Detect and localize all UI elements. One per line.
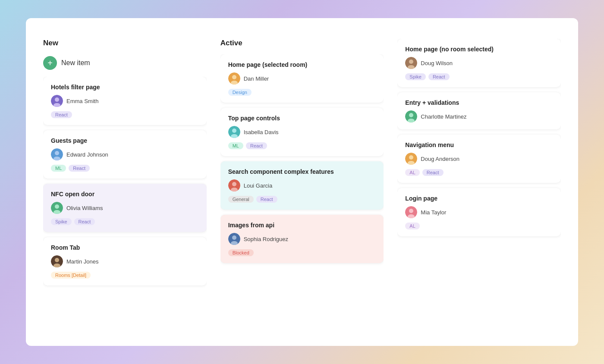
- card-title: Guests page: [51, 137, 199, 144]
- tag: Blocked: [228, 249, 254, 256]
- card-user: Dan Miller: [228, 72, 376, 85]
- tag: General: [228, 196, 254, 203]
- column-resolved: Home page (no room selected)Doug WilsonS…: [397, 39, 561, 332]
- user-name: Sophia Rodriguez: [244, 236, 288, 242]
- svg-point-19: [232, 182, 236, 186]
- svg-point-22: [232, 235, 236, 240]
- card-title: Home page (no room selected): [405, 46, 553, 53]
- card-navigation-menu[interactable]: Navigation menuDoug AndersonALReact: [397, 135, 561, 183]
- avatar: [228, 126, 240, 138]
- card-entry-validations[interactable]: Entry + validationsCharlotte Martinez: [397, 92, 561, 129]
- card-user: Doug Anderson: [405, 153, 553, 165]
- svg-point-7: [55, 204, 59, 209]
- svg-point-13: [232, 75, 236, 79]
- card-hotels-filter[interactable]: Hotels filter pageEmma SmithReact: [43, 77, 207, 125]
- tag: React: [74, 218, 95, 225]
- svg-point-16: [232, 129, 236, 133]
- cards-active: Home page (selected room)Dan MillerDesig…: [220, 54, 384, 332]
- card-search-complex[interactable]: Search component complex featuresLoui Ga…: [220, 161, 384, 210]
- avatar: [228, 179, 240, 191]
- column-new: New + New item Hotels filter pageEmma Sm…: [43, 39, 207, 332]
- card-tags: SpikeReact: [405, 73, 553, 80]
- card-tags: Blocked: [228, 249, 376, 256]
- card-guests-page[interactable]: Guests pageEdward JohnsonMLReact: [43, 130, 207, 179]
- avatar: [405, 57, 417, 69]
- columns: New + New item Hotels filter pageEmma Sm…: [43, 39, 561, 332]
- card-user: Doug Wilson: [405, 57, 553, 69]
- card-home-no-room[interactable]: Home page (no room selected)Doug WilsonS…: [397, 39, 561, 87]
- tag: React: [256, 196, 277, 203]
- card-user: Isabella Davis: [228, 126, 376, 138]
- tag: Design: [228, 89, 252, 96]
- svg-point-1: [55, 97, 59, 102]
- card-title: Home page (selected room): [228, 61, 376, 68]
- user-name: Loui Garcia: [244, 182, 272, 189]
- avatar: [51, 148, 63, 160]
- cards-resolved: Home page (no room selected)Doug WilsonS…: [397, 39, 561, 332]
- avatar: [51, 202, 63, 214]
- user-name: Olivia Williams: [66, 205, 103, 211]
- svg-point-31: [409, 155, 413, 160]
- user-name: Doug Wilson: [421, 60, 453, 66]
- card-tags: Design: [228, 89, 376, 96]
- tag: AL: [405, 223, 419, 229]
- column-header-active: Active: [220, 39, 384, 47]
- tag: Rooms [Detail]: [51, 272, 91, 279]
- avatar: [228, 233, 240, 245]
- tag: React: [51, 111, 72, 118]
- card-user: Charlotte Martinez: [405, 110, 553, 122]
- tag: React: [246, 142, 267, 149]
- card-user: Sophia Rodriguez: [228, 233, 376, 245]
- tag: ML: [228, 142, 243, 149]
- tag: React: [69, 165, 90, 172]
- tag: Spike: [405, 73, 426, 80]
- card-tags: React: [51, 111, 199, 118]
- card-user: Mia Taylor: [405, 206, 553, 218]
- svg-point-25: [409, 60, 413, 64]
- user-name: Mia Taylor: [421, 209, 446, 216]
- new-item-button[interactable]: + New item: [43, 54, 207, 72]
- tag: React: [422, 169, 444, 176]
- card-room-tab[interactable]: Room TabMartin JonesRooms [Detail]: [43, 237, 207, 286]
- tag: ML: [51, 165, 66, 172]
- user-name: Dan Miller: [244, 75, 269, 82]
- card-top-page-controls[interactable]: Top page controlsIsabella DavisMLReact: [220, 108, 384, 156]
- user-name: Doug Anderson: [421, 156, 459, 162]
- column-header-new: New: [43, 39, 207, 47]
- tag: Spike: [51, 218, 72, 225]
- new-item-icon: +: [43, 56, 57, 70]
- user-name: Isabella Davis: [244, 129, 279, 135]
- svg-point-28: [409, 113, 413, 117]
- column-active: ActiveHome page (selected room)Dan Mille…: [220, 39, 384, 332]
- user-name: Emma Smith: [66, 98, 98, 104]
- card-tags: ALReact: [405, 169, 553, 176]
- card-title: Login page: [405, 195, 553, 202]
- user-name: Edward Johnson: [66, 151, 108, 158]
- avatar: [228, 72, 240, 85]
- card-tags: Rooms [Detail]: [51, 272, 199, 279]
- avatar: [405, 110, 417, 122]
- card-nfc-open-door[interactable]: NFC open doorOlivia WilliamsSpikeReact: [43, 184, 207, 232]
- card-tags: GeneralReact: [228, 196, 376, 203]
- card-title: Top page controls: [228, 115, 376, 122]
- new-item-label: New item: [61, 59, 90, 67]
- board-container: New + New item Hotels filter pageEmma Sm…: [26, 18, 578, 346]
- card-title: Navigation menu: [405, 141, 553, 148]
- svg-point-34: [409, 209, 413, 213]
- avatar: [51, 95, 63, 107]
- card-title: Images from api: [228, 222, 376, 229]
- card-user: Loui Garcia: [228, 179, 376, 191]
- card-home-page-selected[interactable]: Home page (selected room)Dan MillerDesig…: [220, 54, 384, 103]
- cards-new: Hotels filter pageEmma SmithReactGuests …: [43, 77, 207, 332]
- card-tags: AL: [405, 223, 553, 229]
- card-login-page[interactable]: Login pageMia TaylorAL: [397, 188, 561, 236]
- tag: React: [428, 73, 450, 80]
- user-name: Charlotte Martinez: [421, 113, 466, 120]
- tag: AL: [405, 169, 419, 176]
- card-user: Martin Jones: [51, 255, 199, 267]
- card-title: Entry + validations: [405, 99, 553, 106]
- avatar: [405, 206, 417, 218]
- card-user: Emma Smith: [51, 95, 199, 107]
- card-images-api[interactable]: Images from apiSophia RodriguezBlocked: [220, 215, 384, 263]
- svg-point-10: [55, 258, 59, 262]
